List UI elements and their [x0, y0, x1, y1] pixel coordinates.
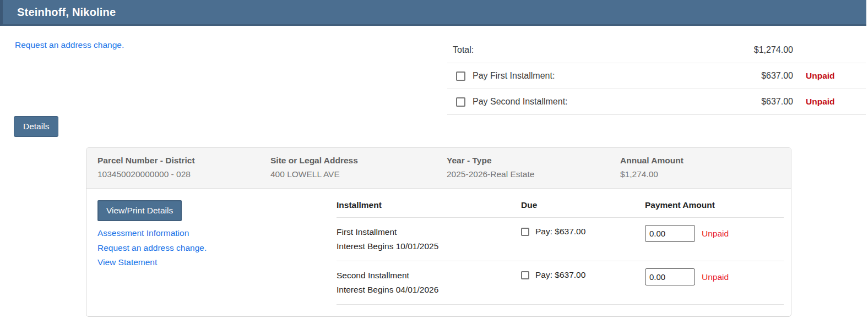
- installment-table: Installment Due Payment Amount First Ins…: [337, 189, 784, 305]
- parcel-number-label: Parcel Number - District: [97, 156, 270, 166]
- first-installment-due-cell: Pay: $637.00: [521, 225, 645, 237]
- taxpayer-name-title: Steinhoff, Nikoline: [3, 6, 116, 19]
- first-installment-pay-checkbox[interactable]: [521, 228, 529, 236]
- parcel-details-panel: Parcel Number - District 103450020000000…: [86, 147, 791, 317]
- pay-first-installment-label: Pay First Installment:: [473, 71, 555, 81]
- installment-column-header: Installment: [337, 200, 521, 210]
- annual-amount-column: Annual Amount $1,274.00: [620, 156, 791, 188]
- second-installment-label-cell: Pay Second Installment:: [447, 97, 730, 107]
- pay-second-installment-label: Pay Second Installment:: [473, 97, 568, 107]
- year-type-label: Year - Type: [447, 156, 620, 166]
- first-installment-cell: First Installment Interest Begins 10/01/…: [337, 225, 521, 254]
- parcel-info-header: Parcel Number - District 103450020000000…: [86, 148, 791, 189]
- first-installment-due-amount: Pay: $637.00: [535, 227, 585, 237]
- first-installment-label-cell: Pay First Installment:: [447, 71, 730, 81]
- second-installment-pay-checkbox[interactable]: [521, 271, 529, 279]
- payment-amount-column-header: Payment Amount: [645, 200, 784, 210]
- parcel-details-body: View/Print Details Assessment Informatio…: [86, 189, 791, 316]
- site-address-label: Site or Legal Address: [270, 156, 447, 166]
- parcel-number-value: 103450020000000 - 028: [97, 169, 270, 179]
- first-installment-row-status: Unpaid: [702, 225, 729, 242]
- interest-begins-text: Interest Begins 10/01/2025: [337, 239, 521, 254]
- summary-total-row: Total: $1,274.00: [447, 37, 866, 63]
- second-installment-due-cell: Pay: $637.00: [521, 268, 645, 280]
- view-statement-link[interactable]: View Statement: [97, 255, 207, 270]
- second-installment-cell: Second Installment Interest Begins 04/01…: [337, 268, 521, 297]
- view-print-details-button[interactable]: View/Print Details: [97, 200, 182, 221]
- site-address-value: 400 LOWELL AVE: [270, 169, 447, 179]
- first-installment-amount: $637.00: [730, 71, 793, 81]
- taxpayer-header-bar: Steinhoff, Nikoline: [0, 0, 866, 26]
- second-installment-amount: $637.00: [730, 97, 793, 107]
- assessment-information-link[interactable]: Assessment Information: [97, 226, 207, 241]
- interest-begins-text: Interest Begins 04/01/2026: [337, 283, 521, 297]
- first-installment-payment-cell: Unpaid: [645, 225, 784, 242]
- payment-summary: Total: $1,274.00 Pay First Installment: …: [447, 37, 866, 115]
- installment-name: First Installment: [337, 225, 521, 239]
- total-label: Total:: [447, 45, 730, 55]
- second-installment-due-amount: Pay: $637.00: [535, 270, 585, 280]
- parcel-number-column: Parcel Number - District 103450020000000…: [97, 156, 270, 188]
- table-row: First Installment Interest Begins 10/01/…: [337, 218, 784, 261]
- installment-name: Second Installment: [337, 268, 521, 283]
- second-installment-payment-input[interactable]: [645, 268, 695, 285]
- first-installment-status-badge: Unpaid: [806, 71, 866, 81]
- pay-second-installment-checkbox[interactable]: [456, 97, 465, 107]
- summary-second-installment-row: Pay Second Installment: $637.00 Unpaid: [447, 89, 866, 115]
- second-installment-status-badge: Unpaid: [806, 97, 866, 107]
- annual-amount-label: Annual Amount: [620, 156, 791, 166]
- parcel-action-links: Assessment Information Request an addres…: [97, 226, 207, 270]
- due-column-header: Due: [521, 200, 645, 210]
- site-address-column: Site or Legal Address 400 LOWELL AVE: [270, 156, 447, 188]
- year-type-column: Year - Type 2025-2026-Real Estate: [447, 156, 620, 188]
- first-installment-payment-input[interactable]: [645, 225, 695, 242]
- request-address-change-link-panel[interactable]: Request an address change.: [97, 241, 207, 256]
- second-installment-row-status: Unpaid: [702, 268, 729, 285]
- request-address-change-link[interactable]: Request an address change.: [15, 40, 124, 50]
- summary-first-installment-row: Pay First Installment: $637.00 Unpaid: [447, 63, 866, 89]
- year-type-value: 2025-2026-Real Estate: [447, 169, 620, 179]
- second-installment-payment-cell: Unpaid: [645, 268, 784, 285]
- installment-table-header: Installment Due Payment Amount: [337, 189, 784, 218]
- pay-first-installment-checkbox[interactable]: [456, 72, 465, 81]
- details-button[interactable]: Details: [14, 116, 58, 137]
- table-row: Second Installment Interest Begins 04/01…: [337, 261, 784, 305]
- parcel-actions: View/Print Details Assessment Informatio…: [97, 200, 207, 270]
- annual-amount-value: $1,274.00: [620, 169, 791, 179]
- total-amount: $1,274.00: [730, 45, 793, 55]
